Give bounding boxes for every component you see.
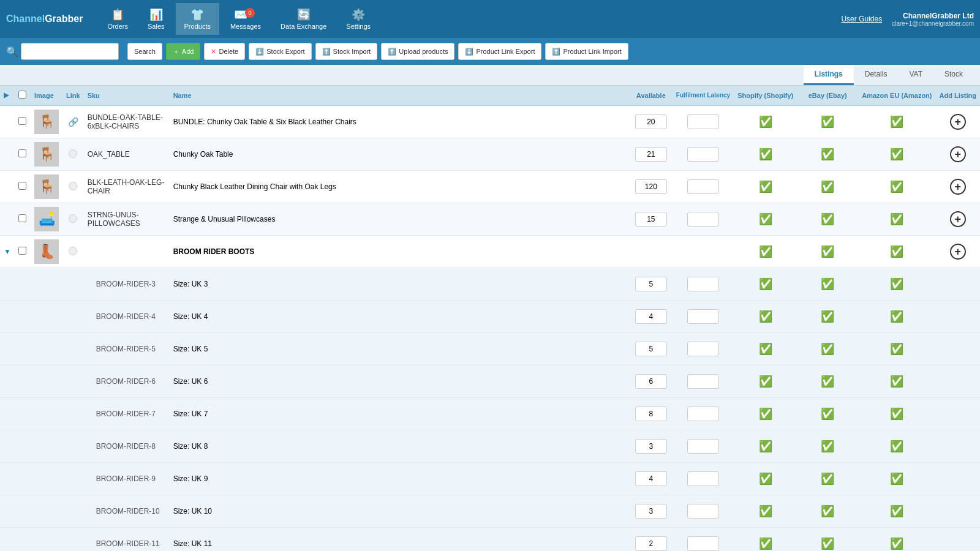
delete-button[interactable]: ✕ Delete	[204, 43, 245, 60]
row-checkbox[interactable]	[18, 149, 26, 157]
available-input[interactable]	[635, 471, 667, 486]
upload-products-button[interactable]: ⬆️ Upload products	[381, 43, 454, 60]
latency-input[interactable]	[687, 212, 719, 227]
available-input[interactable]	[635, 212, 667, 227]
col-header-sku: Sku	[84, 86, 170, 105]
latency-input[interactable]	[687, 342, 719, 356]
available-input[interactable]	[635, 536, 667, 551]
latency-input[interactable]	[687, 179, 719, 194]
available-input[interactable]	[635, 504, 667, 519]
check-icon: ✅	[821, 538, 834, 550]
latency-input[interactable]	[687, 277, 719, 291]
latency-input[interactable]	[687, 439, 719, 454]
shopify-cell: ✅	[734, 301, 797, 333]
logo[interactable]: ChannelGrabber	[6, 13, 83, 24]
available-input[interactable]	[635, 407, 667, 421]
products-icon: 👕	[190, 8, 204, 21]
available-cell	[630, 495, 673, 528]
check-icon: ✅	[890, 375, 903, 388]
sku-cell: BLK-LEATH-OAK-LEG-CHAIR	[84, 171, 170, 203]
no-link	[69, 149, 77, 158]
available-input[interactable]	[635, 342, 667, 356]
latency-input[interactable]	[687, 471, 719, 486]
orders-icon: 📋	[111, 8, 124, 21]
latency-input[interactable]	[687, 114, 719, 129]
nav-item-settings[interactable]: ⚙️ Settings	[337, 3, 379, 35]
add-listing-button[interactable]: +	[950, 146, 966, 162]
nav-item-orders[interactable]: 📋 Orders	[99, 3, 137, 35]
collapse-row-icon[interactable]: ▼	[4, 247, 11, 256]
link-cell	[62, 463, 84, 495]
amazon-cell: ✅	[858, 301, 935, 333]
latency-cell	[673, 301, 734, 333]
latency-input[interactable]	[687, 374, 719, 389]
available-input[interactable]	[635, 374, 667, 389]
check-icon: ✅	[759, 375, 772, 388]
nav-item-data-exchange[interactable]: 🔄 Data Exchange	[272, 3, 335, 35]
link-icon[interactable]: 🔗	[68, 117, 78, 127]
check-icon: ✅	[890, 310, 903, 323]
product-image: 👢	[34, 239, 59, 264]
available-input[interactable]	[635, 114, 667, 129]
nav-item-messages[interactable]: ✉️0 Messages	[222, 3, 270, 35]
latency-cell	[673, 430, 734, 463]
product-image-empty	[34, 531, 59, 551]
check-icon: ✅	[821, 116, 834, 128]
latency-cell	[673, 171, 734, 203]
check-icon: ✅	[759, 440, 772, 452]
add-button[interactable]: ＋ Add	[166, 43, 201, 60]
row-checkbox[interactable]	[18, 247, 26, 255]
add-listing-button[interactable]: +	[950, 179, 966, 195]
check-cell	[15, 463, 31, 495]
tab-details[interactable]: Details	[854, 65, 899, 85]
add-listing-button[interactable]: +	[950, 114, 966, 130]
tab-stock[interactable]: Stock	[933, 65, 974, 85]
sku-cell	[84, 236, 170, 268]
check-cell	[15, 138, 31, 171]
available-input[interactable]	[635, 147, 667, 162]
ebay-cell: ✅	[797, 333, 858, 365]
ebay-cell: ✅	[797, 495, 858, 528]
add-listing-cell	[936, 463, 981, 495]
sku-cell: BROOM-RIDER-11	[84, 528, 170, 552]
nav-item-sales[interactable]: 📊 Sales	[139, 3, 173, 35]
messages-icon: ✉️0	[234, 8, 257, 21]
latency-input[interactable]	[687, 407, 719, 421]
search-input[interactable]	[21, 43, 119, 60]
latency-input[interactable]	[687, 309, 719, 324]
check-icon: ✅	[821, 440, 834, 452]
add-listing-button[interactable]: +	[950, 211, 966, 227]
available-input[interactable]	[635, 277, 667, 291]
stock-import-button[interactable]: ⬆️ Stock Import	[315, 43, 378, 60]
latency-input[interactable]	[687, 536, 719, 551]
delete-button-label: Delete	[219, 48, 238, 55]
product-link-import-button[interactable]: ⬆️ Product Link Import	[545, 43, 628, 60]
sku-cell: BROOM-RIDER-9	[84, 463, 170, 495]
add-listing-button[interactable]: +	[950, 244, 966, 260]
product-link-export-button[interactable]: ⬇️ Product Link Export	[458, 43, 541, 60]
row-checkbox[interactable]	[18, 117, 26, 125]
user-guides-link[interactable]: User Guides	[841, 15, 882, 23]
image-cell	[31, 301, 62, 333]
check-icon: ✅	[821, 148, 834, 160]
row-checkbox[interactable]	[18, 214, 26, 222]
check-cell	[15, 171, 31, 203]
table-row: BROOM-RIDER-3 Size: UK 3 ✅ ✅ ✅	[0, 268, 980, 301]
check-icon: ✅	[890, 181, 903, 193]
latency-input[interactable]	[687, 147, 719, 162]
nav-item-products[interactable]: 👕 Products	[176, 3, 219, 35]
tab-vat[interactable]: VAT	[898, 65, 933, 85]
search-button[interactable]: Search	[127, 43, 162, 60]
play-icon: ▶	[4, 91, 9, 99]
row-checkbox[interactable]	[18, 182, 26, 190]
latency-input[interactable]	[687, 504, 719, 519]
available-input[interactable]	[635, 179, 667, 194]
stock-export-button[interactable]: ⬇️ Stock Export	[249, 43, 311, 60]
amazon-cell: ✅	[858, 203, 935, 236]
available-input[interactable]	[635, 309, 667, 324]
select-all-checkbox[interactable]	[18, 91, 26, 99]
available-input[interactable]	[635, 439, 667, 454]
check-icon: ✅	[821, 246, 834, 258]
latency-cell	[673, 528, 734, 552]
tab-listings[interactable]: Listings	[804, 65, 854, 85]
